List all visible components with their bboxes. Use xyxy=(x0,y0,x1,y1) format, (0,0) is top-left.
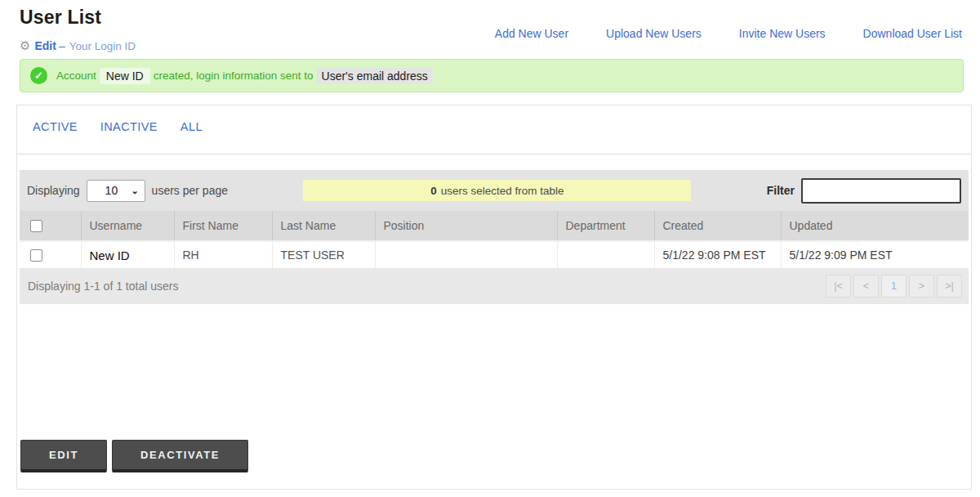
edit-profile-link[interactable]: Edit xyxy=(34,39,56,52)
column-created: Created xyxy=(654,211,781,241)
filter-controls: Filter xyxy=(767,178,961,204)
result-count-text: Displaying 1-1 of 1 total users xyxy=(28,280,178,293)
cell-department xyxy=(557,241,654,268)
last-page-button[interactable]: >| xyxy=(937,275,962,298)
upload-new-users-link[interactable]: Upload New Users xyxy=(606,27,702,40)
status-tabs: ACTIVE INACTIVE ALL xyxy=(20,105,969,154)
column-updated: Updated xyxy=(781,211,969,241)
cell-username: New ID xyxy=(81,241,174,268)
header-action-links: Add New User Upload New Users Invite New… xyxy=(495,27,962,40)
user-table: Username First Name Last Name Position D… xyxy=(20,211,969,268)
column-first-name: First Name xyxy=(174,211,272,241)
tab-all[interactable]: ALL xyxy=(180,120,203,154)
first-page-button[interactable]: |< xyxy=(826,275,851,298)
filter-input[interactable] xyxy=(801,178,961,204)
selected-count: 0 xyxy=(430,185,437,197)
selected-suffix: users selected from table xyxy=(441,185,564,197)
filter-label: Filter xyxy=(767,184,795,197)
tabs-divider xyxy=(17,154,971,154)
header-select-all-cell xyxy=(20,211,81,241)
select-all-checkbox[interactable] xyxy=(30,220,42,232)
next-page-button[interactable]: > xyxy=(909,275,934,298)
per-page-controls: Displaying 10 ⌄ users per page xyxy=(27,180,228,202)
row-select-cell xyxy=(20,241,81,268)
invite-new-users-link[interactable]: Invite New Users xyxy=(739,27,826,40)
table-row: New ID RH TEST USER 5/1/22 9:08 PM EST 5… xyxy=(20,241,969,268)
selected-count-box: 0 users selected from table xyxy=(303,180,691,201)
gear-icon: ⚙ xyxy=(20,38,30,53)
edit-dash: – xyxy=(59,39,65,52)
per-page-select[interactable]: 10 ⌄ xyxy=(87,180,145,202)
table-footer: Displaying 1-1 of 1 total users |< < 1 >… xyxy=(20,268,969,304)
current-page-button[interactable]: 1 xyxy=(881,275,906,298)
add-new-user-link[interactable]: Add New User xyxy=(495,27,568,40)
cell-created: 5/1/22 9:08 PM EST xyxy=(654,241,781,268)
column-department: Department xyxy=(557,211,654,241)
download-user-list-link[interactable]: Download User List xyxy=(863,27,962,40)
table-header-row: Username First Name Last Name Position D… xyxy=(20,211,969,241)
tab-active[interactable]: ACTIVE xyxy=(33,120,78,154)
row-checkbox[interactable] xyxy=(30,249,42,262)
cell-first-name: RH xyxy=(174,241,272,268)
chevron-down-icon: ⌄ xyxy=(131,186,138,196)
per-page-value: 10 xyxy=(105,184,118,197)
pagination: |< < 1 > >| xyxy=(826,275,962,298)
success-banner: ✓ Account New ID created, login informat… xyxy=(20,59,964,92)
banner-account-id: New ID xyxy=(100,68,150,84)
current-login-id: Your Login ID xyxy=(69,40,136,52)
cell-updated: 5/1/22 9:09 PM EST xyxy=(781,241,969,268)
banner-text-middle: created, login information sent to xyxy=(154,69,314,82)
edit-login-row: ⚙ Edit – Your Login ID xyxy=(20,38,136,53)
displaying-label: Displaying xyxy=(27,184,80,197)
cell-last-name: TEST USER xyxy=(272,241,375,268)
cell-position xyxy=(375,241,557,268)
prev-page-button[interactable]: < xyxy=(853,275,879,298)
banner-email: User's email address xyxy=(317,68,433,84)
edit-button[interactable]: EDIT xyxy=(20,440,107,472)
deactivate-button[interactable]: DEACTIVATE xyxy=(112,440,248,472)
check-circle-icon: ✓ xyxy=(30,67,47,84)
column-position: Position xyxy=(375,211,557,241)
bulk-actions: EDIT DEACTIVATE xyxy=(20,440,969,472)
page-header: User List Add New User Upload New Users … xyxy=(0,0,980,105)
page-title: User List xyxy=(20,7,101,29)
tab-inactive[interactable]: INACTIVE xyxy=(100,120,158,154)
per-page-suffix: users per page xyxy=(152,184,228,197)
banner-text-prefix: Account xyxy=(56,69,96,82)
user-list-panel: ACTIVE INACTIVE ALL Displaying 10 ⌄ user… xyxy=(16,105,972,490)
column-username: Username xyxy=(81,211,174,241)
table-toolbar: Displaying 10 ⌄ users per page 0 users s… xyxy=(20,170,969,211)
column-last-name: Last Name xyxy=(272,211,375,241)
